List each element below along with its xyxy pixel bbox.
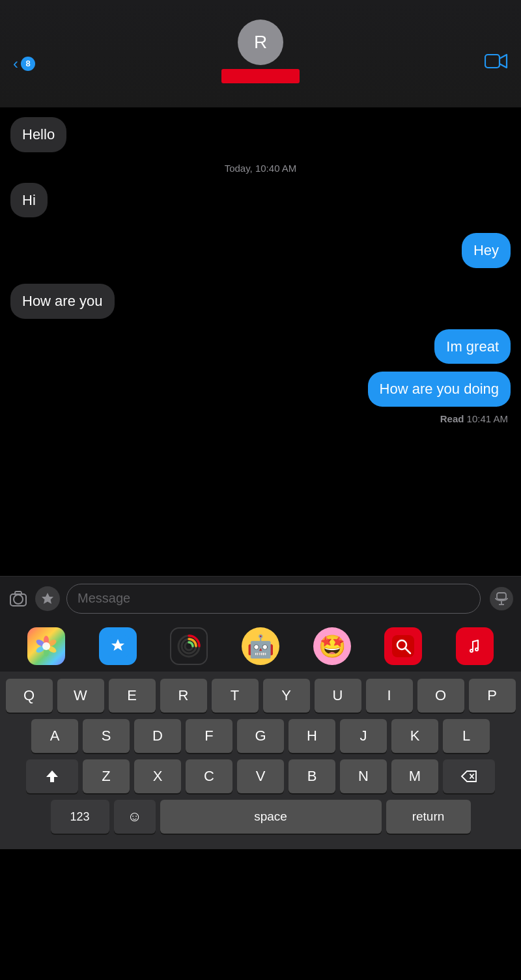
message-input[interactable]: Message [66, 584, 481, 614]
num-key[interactable]: 123 [51, 800, 109, 834]
message-row: Im great [10, 329, 511, 364]
chat-area: Hello Today, 10:40 AM Hi Hey How are you… [0, 107, 521, 576]
key-g[interactable]: G [237, 719, 284, 753]
header: ‹ 8 R [0, 0, 521, 107]
key-m[interactable]: M [391, 759, 438, 793]
svg-rect-21 [464, 635, 486, 657]
keyboard-row-3: Z X C V B N M [3, 759, 518, 793]
key-f[interactable]: F [186, 719, 232, 753]
key-d[interactable]: D [134, 719, 181, 753]
input-area: Message [0, 576, 521, 620]
key-z[interactable]: Z [83, 759, 130, 793]
bubble-received: Hi [10, 183, 48, 218]
key-w[interactable]: W [57, 679, 104, 713]
message-row: Hey [10, 233, 511, 268]
keyboard-row-4: 123 ☺ space return [3, 800, 518, 834]
back-badge: 8 [21, 57, 35, 71]
key-s[interactable]: S [83, 719, 130, 753]
key-o[interactable]: O [417, 679, 464, 713]
contact-name-bar [221, 69, 300, 83]
message-row: How are you doing [10, 372, 511, 407]
delete-key[interactable] [443, 759, 495, 793]
svg-rect-18 [392, 635, 414, 657]
photos-app-icon[interactable] [27, 627, 65, 665]
bubble-sent: Im great [434, 329, 511, 364]
back-chevron-icon: ‹ [13, 56, 18, 72]
music-tray-icon[interactable] [456, 627, 494, 665]
keyboard-row-2: A S D F G H J K L [3, 719, 518, 753]
key-i[interactable]: I [366, 679, 413, 713]
search-tray-icon[interactable] [384, 627, 422, 665]
keyboard: Q W E R T Y U I O P A S D F G H J K L Z … [0, 672, 521, 849]
video-call-button[interactable] [485, 52, 508, 75]
appstore-button[interactable] [35, 586, 60, 611]
memoji2-tray-icon[interactable]: 🤩 [313, 627, 351, 665]
space-key[interactable]: space [160, 800, 382, 834]
bubble-received: Hello [10, 117, 66, 152]
return-key[interactable]: return [386, 800, 471, 834]
keyboard-row-1: Q W E R T Y U I O P [3, 679, 518, 713]
key-p[interactable]: P [469, 679, 516, 713]
camera-button[interactable] [8, 590, 29, 608]
appstore-tray-icon[interactable] [99, 627, 137, 665]
svg-rect-4 [497, 593, 506, 599]
bubble-received: How are you [10, 284, 115, 319]
key-e[interactable]: E [109, 679, 156, 713]
app-tray: 🤖 🤩 [0, 620, 521, 672]
key-a[interactable]: A [31, 719, 78, 753]
shift-key[interactable] [26, 759, 78, 793]
avatar: R [238, 20, 283, 65]
key-h[interactable]: H [289, 719, 335, 753]
svg-rect-3 [15, 592, 21, 595]
read-receipt: Read 10:41 AM [10, 413, 511, 424]
key-r[interactable]: R [160, 679, 207, 713]
key-q[interactable]: Q [6, 679, 53, 713]
key-u[interactable]: U [315, 679, 361, 713]
key-v[interactable]: V [237, 759, 284, 793]
svg-rect-0 [485, 55, 500, 68]
key-t[interactable]: T [212, 679, 259, 713]
contact-info[interactable]: R [221, 20, 300, 83]
key-y[interactable]: Y [263, 679, 310, 713]
message-row: Hello [10, 117, 511, 152]
key-x[interactable]: X [134, 759, 181, 793]
svg-point-1 [14, 595, 23, 604]
key-k[interactable]: K [391, 719, 438, 753]
key-j[interactable]: J [340, 719, 387, 753]
emoji-key[interactable]: ☺ [114, 800, 156, 834]
key-l[interactable]: L [443, 719, 490, 753]
message-row: Hi [10, 183, 511, 218]
message-row: How are you [10, 284, 511, 319]
back-button[interactable]: ‹ 8 [13, 56, 35, 72]
svg-point-13 [42, 642, 50, 650]
audio-button[interactable] [490, 587, 513, 610]
memoji1-tray-icon[interactable]: 🤖 [242, 627, 279, 665]
timestamp: Today, 10:40 AM [10, 163, 511, 174]
bubble-sent: Hey [462, 233, 511, 268]
message-placeholder: Message [77, 591, 130, 606]
key-n[interactable]: N [340, 759, 387, 793]
fitness-tray-icon[interactable] [170, 627, 208, 665]
key-c[interactable]: C [186, 759, 232, 793]
key-b[interactable]: B [289, 759, 335, 793]
bubble-sent: How are you doing [368, 372, 511, 407]
